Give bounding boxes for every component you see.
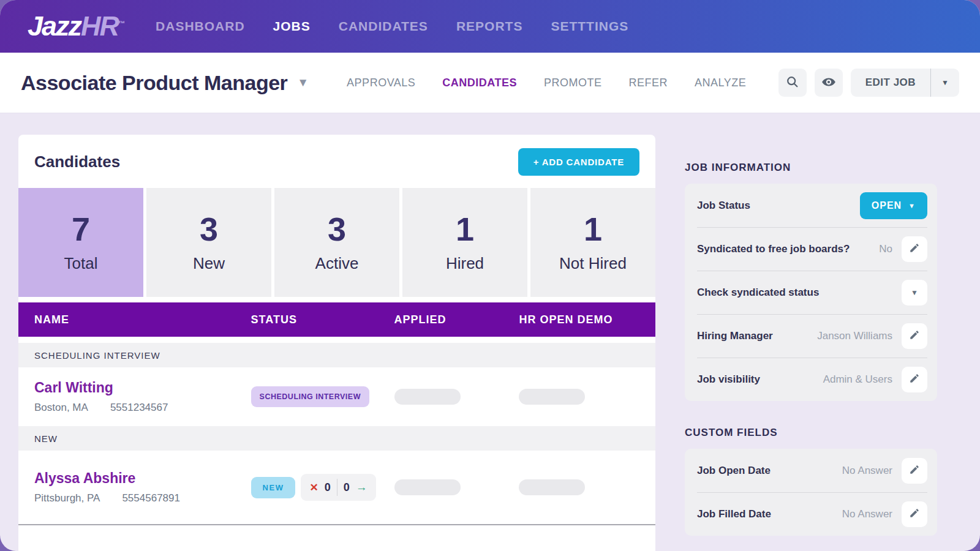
hiring-manager-row: Hiring Manager Janson Williams <box>685 314 937 358</box>
job-filled-date-row: Job Filled Date No Answer <box>685 492 937 536</box>
stat-tile-active[interactable]: 3 Active <box>274 188 399 297</box>
tab-promote[interactable]: PROMOTE <box>544 77 602 89</box>
reject-advance-chip[interactable]: ✕ 0 0 → <box>301 474 375 501</box>
edit-job-button[interactable]: EDIT JOB <box>851 69 930 97</box>
applied-placeholder <box>394 479 461 495</box>
stat-value: 1 <box>456 212 474 246</box>
chevron-down-icon: ▼ <box>911 288 918 297</box>
content-area: Candidates + ADD CANDIDATE 7 Total 3 New… <box>0 113 980 551</box>
app-window: JazzHR™ DASHBOARD JOBS CANDIDATES REPORT… <box>0 0 980 551</box>
stat-tile-new[interactable]: 3 New <box>146 188 271 297</box>
edit-job-open-date-button[interactable] <box>902 458 927 484</box>
edit-job-filled-date-button[interactable] <box>902 501 927 527</box>
hiring-manager-label: Hiring Manager <box>697 330 773 342</box>
advance-arrow-icon: → <box>356 481 368 494</box>
stat-label: Total <box>64 254 98 273</box>
candidate-location: Boston, MA <box>34 402 88 414</box>
stat-label: Not Hired <box>559 254 627 273</box>
applied-placeholder <box>394 389 461 405</box>
stat-tile-total[interactable]: 7 Total <box>18 188 143 297</box>
jazzhr-logo[interactable]: JazzHR™ <box>28 10 125 42</box>
job-visibility-value: Admin & Users <box>823 373 892 386</box>
job-information-heading: JOB INFORMATION <box>685 162 937 174</box>
edit-hiring-manager-button[interactable] <box>902 323 927 349</box>
chip-divider <box>337 479 337 496</box>
custom-fields-heading: CUSTOM FIELDS <box>685 427 937 439</box>
hr-open-demo-placeholder <box>519 479 585 495</box>
job-visibility-row: Job visibility Admin & Users <box>685 358 937 401</box>
edit-job-visibility-button[interactable] <box>902 367 927 392</box>
applied-cell <box>394 479 519 495</box>
column-header-status: STATUS <box>251 313 394 326</box>
nav-item-jobs[interactable]: JOBS <box>273 19 311 34</box>
check-syndicated-label: Check syndicated status <box>697 287 819 299</box>
nav-item-settings[interactable]: SETTTINGS <box>551 19 628 34</box>
candidate-name-link[interactable]: Alyssa Abshire <box>34 470 135 487</box>
job-visibility-label: Job visibility <box>697 373 760 386</box>
candidate-row: Carl Witting Boston, MA 5551234567 SCHED… <box>18 367 655 426</box>
nav-item-reports[interactable]: REPORTS <box>456 19 523 34</box>
edit-job-button-group: EDIT JOB ▼ <box>851 69 959 97</box>
edit-job-dropdown-button[interactable]: ▼ <box>930 69 959 97</box>
syndicated-row: Syndicated to free job boards? No <box>685 227 937 271</box>
candidate-phone: 5551234567 <box>110 402 168 414</box>
table-header: NAME STATUS APPLIED HR OPEN DEMO <box>18 302 655 337</box>
logo-hr: HR <box>81 10 118 42</box>
nav-item-dashboard[interactable]: DASHBOARD <box>156 19 245 34</box>
candidate-status-cell: NEW ✕ 0 0 → <box>251 474 394 501</box>
header-actions: EDIT JOB ▼ <box>778 69 959 97</box>
hiring-manager-value: Janson Williams <box>817 330 892 342</box>
pencil-icon <box>909 242 920 255</box>
job-title-dropdown-icon[interactable]: ▼ <box>297 76 309 89</box>
stat-value: 3 <box>200 212 218 246</box>
chevron-down-icon: ▼ <box>941 78 949 87</box>
custom-fields-card: Job Open Date No Answer Job Filled Date … <box>685 449 937 536</box>
add-candidate-button[interactable]: + ADD CANDIDATE <box>518 148 639 176</box>
stat-value: 3 <box>328 212 346 246</box>
syndicated-value: No <box>879 243 892 255</box>
tab-candidates[interactable]: CANDIDATES <box>442 77 517 89</box>
group-header-scheduling-interview: SCHEDULING INTERVIEW <box>18 343 655 367</box>
stat-tile-not-hired[interactable]: 1 Not Hired <box>530 188 655 297</box>
candidate-name-cell: Alyssa Abshire Pittsburgh, PA 5554567891 <box>18 470 251 504</box>
candidate-location: Pittsburgh, PA <box>34 492 100 504</box>
candidate-row: Alyssa Abshire Pittsburgh, PA 5554567891… <box>18 451 655 525</box>
stat-tile-hired[interactable]: 1 Hired <box>402 188 527 297</box>
search-icon <box>786 75 799 91</box>
candidates-panel: Candidates + ADD CANDIDATE 7 Total 3 New… <box>18 135 655 551</box>
syndicated-label: Syndicated to free job boards? <box>697 243 850 255</box>
stat-value: 1 <box>584 212 602 246</box>
job-filled-date-label: Job Filled Date <box>697 508 771 520</box>
tab-approvals[interactable]: APPROVALS <box>347 77 415 89</box>
edit-syndicated-button[interactable] <box>902 236 927 262</box>
nav-item-candidates[interactable]: CANDIDATES <box>339 19 428 34</box>
candidates-title: Candidates <box>34 152 120 171</box>
status-badge[interactable]: SCHEDULING INTERVIEW <box>251 386 369 407</box>
candidate-contact: Boston, MA 5551234567 <box>34 402 251 414</box>
job-status-dropdown[interactable]: OPEN ▼ <box>860 192 927 219</box>
column-header-hr-open-demo: HR OPEN DEMO <box>519 313 655 326</box>
tab-refer[interactable]: REFER <box>629 77 668 89</box>
stat-label: Hired <box>446 254 484 273</box>
chevron-down-icon: ▼ <box>908 202 916 209</box>
candidate-phone: 5554567891 <box>122 492 180 504</box>
pencil-icon <box>909 508 920 520</box>
candidate-stats-tiles: 7 Total 3 New 3 Active 1 Hired 1 Not H <box>18 188 655 297</box>
pencil-icon <box>909 329 920 342</box>
reject-count: 0 <box>325 481 331 494</box>
job-open-date-row: Job Open Date No Answer <box>685 449 937 492</box>
candidate-name-link[interactable]: Carl Witting <box>34 380 113 396</box>
search-button[interactable] <box>778 69 807 97</box>
job-info-sidebar: JOB INFORMATION Job Status OPEN ▼ Syndic… <box>685 135 937 551</box>
candidate-name-cell: Carl Witting Boston, MA 5551234567 <box>18 380 251 414</box>
check-syndicated-dropdown[interactable]: ▼ <box>902 280 927 305</box>
stat-label: New <box>193 254 225 273</box>
column-header-applied: APPLIED <box>394 313 519 326</box>
status-badge[interactable]: NEW <box>251 477 296 498</box>
tab-analyze[interactable]: ANALYZE <box>695 77 746 89</box>
preview-button[interactable] <box>815 69 843 97</box>
column-header-name: NAME <box>18 313 251 326</box>
job-title: Associate Product Manager <box>21 71 287 95</box>
stat-label: Active <box>315 254 359 273</box>
group-header-new: NEW <box>18 426 655 451</box>
